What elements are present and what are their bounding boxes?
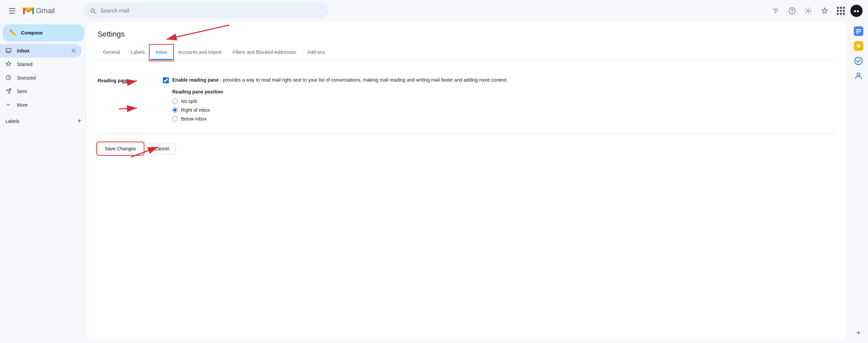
help-button[interactable]	[785, 4, 799, 18]
save-changes-button[interactable]: Save Changes	[98, 143, 143, 154]
radio-right-of-inbox-row: Right of inbox	[172, 107, 835, 113]
topbar: Gmail	[0, 0, 868, 22]
svg-point-3	[775, 12, 776, 13]
action-buttons: Save Changes Cancel	[98, 143, 835, 154]
radio-below-inbox[interactable]	[172, 116, 178, 122]
radio-no-split-row: No split	[172, 99, 835, 104]
sidebar-item-inbox[interactable]: Inbox 41	[0, 44, 81, 58]
check-circle-icon	[854, 57, 863, 65]
svg-point-1	[773, 9, 774, 10]
reading-pane-position-title: Reading pane position	[172, 89, 835, 94]
keep-icon	[854, 41, 863, 51]
search-icon	[90, 7, 96, 14]
person-icon	[854, 71, 863, 80]
main-layout: ✏️ Compose Inbox 41 Starred	[0, 22, 868, 343]
labels-section: Labels +	[0, 114, 87, 128]
radio-right-of-inbox-label: Right of inbox	[181, 107, 210, 113]
right-panel-contacts-button[interactable]	[852, 69, 865, 83]
right-panel-tasks2-button[interactable]	[852, 54, 865, 68]
svg-point-16	[857, 73, 860, 76]
apps-button[interactable]	[834, 4, 848, 18]
gmail-text: Gmail	[36, 6, 55, 15]
enable-reading-pane-bold: Enable reading pane	[172, 77, 219, 83]
compose-label: Compose	[21, 30, 43, 36]
svg-rect-11	[856, 29, 861, 30]
tab-labels[interactable]: Labels	[125, 45, 150, 60]
svg-rect-13	[856, 33, 859, 34]
svg-point-15	[855, 57, 862, 65]
avatar[interactable]: ●●	[850, 5, 863, 17]
inbox-icon	[5, 47, 12, 55]
svg-point-2	[777, 10, 778, 12]
sidebar-item-label: More	[17, 102, 28, 108]
topbar-right: ●●	[769, 4, 863, 18]
more-icon	[5, 102, 12, 109]
page-title: Settings	[98, 30, 835, 39]
add-app-button[interactable]: ＋	[855, 327, 862, 343]
tab-general[interactable]: General	[98, 45, 125, 60]
radio-no-split[interactable]	[172, 99, 178, 104]
ai-button[interactable]	[818, 4, 831, 18]
sidebar-item-more[interactable]: More	[0, 98, 81, 112]
reading-pane-controls: Enable reading pane - provides a way to …	[163, 77, 835, 125]
right-panel-keep-button[interactable]	[852, 39, 865, 53]
settings-tabs: General Labels Inbox Accounts and Import…	[98, 45, 835, 60]
help-icon	[788, 7, 796, 15]
tab-inbox[interactable]: Inbox	[150, 45, 173, 60]
gmail-logo: Gmail	[22, 5, 55, 17]
settings-button[interactable]	[802, 4, 815, 18]
filter-icon	[772, 7, 779, 14]
radio-no-split-label: No split	[181, 99, 197, 104]
plus-icon: ＋	[855, 328, 862, 337]
enable-reading-pane-desc: - provides a way to read mail right next…	[219, 77, 508, 83]
enable-reading-pane-row: Enable reading pane - provides a way to …	[163, 77, 835, 84]
sent-icon	[5, 88, 12, 95]
svg-point-5	[792, 12, 792, 13]
compose-button[interactable]: ✏️ Compose	[3, 24, 84, 41]
sparkle-icon	[821, 7, 828, 15]
snoozed-icon	[5, 74, 12, 82]
sidebar-item-label: Starred	[17, 62, 33, 67]
sidebar-item-label: Snoozed	[17, 75, 36, 81]
inbox-count: 41	[72, 48, 76, 53]
right-panel: ＋	[849, 22, 868, 343]
sidebar-item-snoozed[interactable]: Snoozed	[0, 71, 81, 85]
reading-pane-label: Reading pane:	[98, 77, 152, 125]
reading-pane-row: Reading pane: Enable reading pane - prov…	[98, 77, 835, 125]
cancel-button[interactable]: Cancel	[147, 143, 176, 154]
radio-right-of-inbox[interactable]	[172, 107, 178, 113]
grid-icon	[837, 7, 845, 15]
enable-reading-pane-checkbox[interactable]	[163, 77, 169, 83]
radio-below-inbox-row: Below inbox	[172, 116, 835, 122]
tab-addons[interactable]: Add-ons	[302, 45, 330, 60]
svg-rect-12	[856, 31, 861, 32]
labels-title: Labels	[5, 119, 19, 124]
sidebar: ✏️ Compose Inbox 41 Starred	[0, 22, 87, 343]
sidebar-item-sent[interactable]: Sent	[0, 85, 81, 98]
starred-icon	[5, 61, 12, 68]
search-bar[interactable]	[84, 3, 328, 19]
tasks-icon	[854, 26, 863, 36]
search-input[interactable]	[100, 8, 323, 14]
tab-filters[interactable]: Filters and Blocked Addresses	[227, 45, 302, 60]
sidebar-item-label: Inbox	[17, 48, 29, 53]
settings-content: Settings General Labels Inbox Accounts a…	[87, 22, 846, 340]
compose-pencil-icon: ✏️	[9, 29, 17, 37]
search-options-button[interactable]	[769, 4, 783, 18]
gmail-m-icon	[22, 5, 35, 17]
tab-accounts[interactable]: Accounts and Import	[173, 45, 227, 60]
menu-icon[interactable]	[5, 4, 19, 18]
sidebar-item-starred[interactable]: Starred	[0, 58, 81, 71]
sidebar-item-label: Sent	[17, 89, 27, 94]
right-panel-tasks-button[interactable]	[852, 24, 865, 38]
reading-pane-section: Reading pane: Enable reading pane - prov…	[98, 71, 835, 133]
svg-point-6	[807, 10, 809, 12]
enable-reading-pane-label: Enable reading pane - provides a way to …	[172, 77, 508, 84]
annotation-overlay	[87, 22, 846, 340]
add-label-button[interactable]: +	[77, 117, 81, 125]
gear-icon	[805, 7, 812, 15]
radio-below-inbox-label: Below inbox	[181, 116, 207, 122]
topbar-left: Gmail	[5, 4, 80, 18]
